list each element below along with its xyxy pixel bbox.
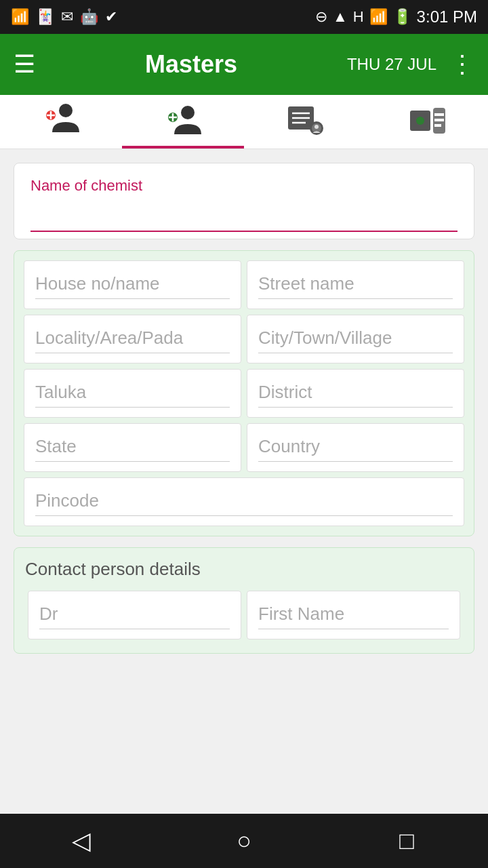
icon-wifi: ▲ — [333, 8, 348, 26]
svg-point-0 — [59, 104, 73, 117]
icon-signal: 📶 — [11, 8, 29, 26]
country-placeholder: Country — [258, 436, 453, 457]
recents-button[interactable]: □ — [380, 814, 434, 868]
street-name-underline — [258, 298, 453, 299]
status-icons-right: ⊖ ▲ H 📶 🔋 3:01 PM — [315, 7, 477, 26]
city-town-underline — [258, 353, 453, 353]
hamburger-menu-icon[interactable]: ☰ — [14, 50, 35, 79]
pincode-cell: Pincode — [24, 477, 464, 526]
house-no-placeholder: House no/name — [35, 273, 230, 294]
back-button[interactable]: ◁ — [54, 814, 108, 868]
pincode-placeholder: Pincode — [35, 490, 453, 511]
icon-signal-bars: 📶 — [369, 8, 388, 26]
app-bar: ☰ Masters THU 27 JUL ⋮ — [0, 34, 488, 95]
svg-point-14 — [314, 125, 319, 129]
status-bar: 📶 🃏 ✉ 🤖 ✔ ⊖ ▲ H 📶 🔋 3:01 PM — [0, 0, 488, 34]
icon-minus-circle: ⊖ — [315, 8, 327, 26]
firstname-field-cell: First Name — [247, 591, 460, 639]
city-town-cell: City/Town/Village — [247, 315, 464, 363]
icon-sim: 🃏 — [36, 8, 54, 26]
contact-fields-grid: Dr First Name — [25, 588, 463, 642]
svg-rect-19 — [434, 124, 441, 127]
svg-rect-18 — [434, 119, 444, 121]
icon-android: 🤖 — [80, 8, 98, 26]
home-icon: ○ — [237, 827, 251, 855]
dr-underline — [39, 629, 230, 629]
tab-list-icon — [287, 104, 324, 140]
state-placeholder: State — [35, 436, 230, 457]
more-options-icon[interactable]: ⋮ — [450, 50, 474, 79]
locality-placeholder: Locality/Area/Pada — [35, 328, 230, 349]
house-no-cell: House no/name — [24, 260, 241, 309]
tab-add-chemist[interactable] — [122, 95, 244, 149]
city-town-placeholder: City/Town/Village — [258, 328, 453, 349]
district-cell: District — [247, 369, 464, 418]
state-underline — [35, 461, 230, 462]
status-time: 3:01 PM — [417, 7, 477, 26]
country-underline — [258, 461, 453, 462]
chemist-name-input[interactable] — [30, 200, 458, 232]
street-name-cell: Street name — [247, 260, 464, 309]
house-no-underline — [35, 298, 230, 299]
recents-icon: □ — [399, 827, 414, 855]
address-card: House no/name Street name Locality/Area/… — [14, 250, 474, 536]
taluka-underline — [35, 407, 230, 408]
firstname-placeholder: First Name — [258, 604, 449, 625]
district-underline — [258, 407, 453, 408]
address-fields-grid: House no/name Street name Locality/Area/… — [21, 258, 467, 529]
back-icon: ◁ — [72, 827, 91, 855]
dr-field-cell: Dr — [28, 591, 241, 639]
tab-list[interactable] — [244, 95, 366, 149]
tab-medicine-icon — [409, 104, 446, 140]
app-bar-date: THU 27 JUL — [347, 55, 436, 74]
chemist-name-label: Name of chemist — [30, 177, 458, 195]
svg-point-20 — [416, 117, 424, 125]
content-area: Name of chemist House no/name Street nam… — [0, 149, 488, 739]
locality-cell: Locality/Area/Pada — [24, 315, 241, 363]
icon-h-network: H — [353, 8, 364, 26]
state-cell: State — [24, 423, 241, 472]
firstname-underline — [258, 629, 449, 629]
tab-add-chemist-icon — [165, 104, 202, 140]
tab-add-patient-icon — [43, 102, 80, 142]
icon-battery: 🔋 — [393, 8, 411, 26]
app-bar-title: Masters — [145, 50, 237, 79]
dr-placeholder: Dr — [39, 604, 230, 625]
tab-medicine[interactable] — [366, 95, 488, 149]
country-cell: Country — [247, 423, 464, 472]
app-bar-right: THU 27 JUL ⋮ — [347, 50, 474, 79]
tab-add-patient[interactable] — [0, 95, 122, 149]
taluka-placeholder: Taluka — [35, 382, 230, 403]
street-name-placeholder: Street name — [258, 273, 453, 294]
bottom-spacer — [14, 665, 474, 726]
home-button[interactable]: ○ — [217, 814, 271, 868]
contact-person-card: Contact person details Dr First Name — [14, 547, 474, 654]
tab-bar — [0, 95, 488, 149]
svg-point-4 — [181, 106, 195, 119]
pincode-underline — [35, 515, 453, 516]
contact-section-title: Contact person details — [25, 559, 463, 580]
svg-rect-17 — [434, 113, 444, 116]
chemist-name-card: Name of chemist — [14, 163, 474, 239]
status-icons-left: 📶 🃏 ✉ 🤖 ✔ — [11, 8, 117, 26]
bottom-nav: ◁ ○ □ — [0, 814, 488, 868]
icon-check: ✔ — [105, 8, 117, 26]
district-placeholder: District — [258, 382, 453, 403]
locality-underline — [35, 353, 230, 353]
taluka-cell: Taluka — [24, 369, 241, 418]
icon-gmail: ✉ — [61, 8, 73, 26]
